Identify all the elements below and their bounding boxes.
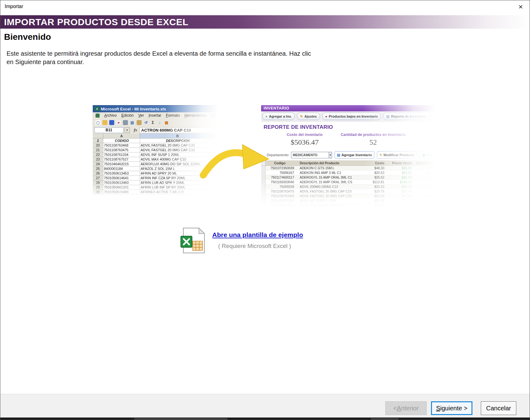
low-products-icon: ●: [325, 114, 327, 118]
yellow-arrow-icon: [196, 140, 271, 181]
requires-excel-note: ( Requiere Microsoft Excel ): [218, 243, 291, 250]
product-cost: $53.69: [361, 194, 386, 198]
print-icon: [123, 120, 128, 125]
code-cell: 7501108763468: [103, 143, 140, 148]
product-stock: 2.00: [414, 203, 435, 208]
inventory-titlebar: INVENTARIO: [261, 105, 435, 111]
code-cell: 7501046463215: [103, 162, 140, 166]
import-wizard-dialog: Importar × IMPORTAR PRODUCTOS DESDE EXCE…: [0, 0, 530, 420]
product-price: $67.54: [386, 194, 414, 198]
next-button[interactable]: Siguiente >: [431, 401, 472, 415]
product-description: ADVIL FASTGEL 20 0MG CAP C20: [297, 194, 361, 198]
inventory-toolbar-button: ▣ Repo: [432, 113, 435, 120]
code-cell: 7501108763475: [103, 148, 140, 152]
excel-row: 30 7501050619486 AFRINEX ACTIVE T AB C20: [93, 190, 218, 194]
product-code: 7501108763475: [265, 189, 297, 194]
welcome-text: Este asistente te permitirá ingresar pro…: [7, 49, 311, 66]
product-stock: 1.00: [414, 166, 435, 170]
header-costo: Costo: [361, 161, 386, 166]
inventory-row: 7501108761334 ADVIL INF SUSP 1 20ML $61.…: [261, 198, 435, 203]
row-selector: [261, 203, 265, 208]
count-label: Cantidad de productos en Inventario: [336, 133, 410, 137]
inventory-row: 75009328 ADVIL 200MG GRAG C12 $23.22 $29…: [261, 184, 435, 189]
undo-icon: ↺: [143, 120, 148, 125]
row-number: 22: [93, 152, 103, 157]
adjustments-pencil-icon: ✎: [300, 114, 303, 119]
back-button[interactable]: < Anterior: [385, 401, 427, 415]
excel-name-box: B11: [94, 127, 124, 133]
add-to-inventory-icon: +: [265, 114, 267, 118]
close-icon[interactable]: ×: [518, 3, 523, 11]
add-inventory-icon: ▤: [337, 153, 340, 157]
inventory-screenshot: INVENTARIO + Agregar a Inv. ✎ Ajustes ● …: [261, 105, 435, 208]
inventory-rows: 7501072350039 ADEKON C GTS 15M L $48.30 …: [261, 166, 435, 208]
code-cell: 7501050613460: [103, 180, 140, 185]
welcome-line-1: Este asistente te permitirá ingresar pro…: [7, 49, 311, 58]
new-file-icon: ▢: [96, 120, 101, 125]
excel-menubar: ArchivoEdiciónVerInsertarFormatoHerramie…: [93, 112, 218, 119]
reports-icon: ▣: [435, 114, 435, 119]
column-a-header: A: [103, 133, 140, 138]
excel-menu-item: Da: [212, 113, 216, 118]
toolbar-button-label: Productos bajos en Inventario: [329, 114, 378, 118]
product-description: ADVIL MAX 400MG CAP C10: [297, 203, 361, 208]
inventory-toolbar-button: + Agregar a Inv.: [262, 113, 295, 120]
codigo-header-cell: CODIGO: [103, 138, 140, 143]
inventory-toolbar: + Agregar a Inv. ✎ Ajustes ● Productos b…: [261, 111, 435, 122]
inventory-cost-stat: Costo del inventario $5036.47: [274, 133, 336, 147]
open-example-template-link[interactable]: Abre una plantilla de ejemplo: [212, 231, 303, 239]
inventory-row: 75006167 ADEKON ING AMP 3 ML C1 $20.53 $…: [261, 170, 435, 175]
row-number: 28: [93, 180, 103, 185]
excel-row: 28 7501050613460 AFRIN LUB AD SPR Y 20ML: [93, 180, 218, 185]
product-stock: 1.00: [414, 198, 435, 203]
inventory-row: 7501072350039 ADEKON C GTS 15M L $48.30 …: [261, 166, 435, 170]
product-cost: $48.58: [361, 203, 386, 208]
department-dropdown-icon: ▾: [329, 152, 332, 158]
product-stock: 0.00: [414, 170, 435, 175]
excel-title-text: Microsoft Excel - Mi Inventario.xls: [101, 107, 166, 111]
grid-corner: [93, 133, 103, 138]
code-cell: 7501050614641: [103, 176, 140, 180]
product-cost: $61.96: [361, 198, 386, 203]
row-number: 25: [93, 166, 103, 171]
product-cost: $48.30: [361, 166, 386, 170]
product-stock: 5.00: [414, 175, 435, 180]
row-number: 27: [93, 176, 103, 180]
excel-logo-icon: X: [95, 107, 99, 111]
product-stock: 0.00: [414, 194, 435, 198]
row-selector: [261, 184, 265, 189]
cancel-button[interactable]: Cancelar: [481, 401, 516, 415]
inventory-row: 7501108763475 ADVIL FASTGEL 20 0MG CAP C…: [261, 189, 435, 194]
product-code: 7501108763468: [265, 194, 297, 198]
product-code: 7501108761334: [265, 198, 297, 203]
inventory-row: 7501108767527 ADVIL MAX 400MG CAP C10 $4…: [261, 203, 435, 208]
description-cell: AFRINEX ACTIVE T AB C20: [140, 190, 215, 194]
row-number: 21: [93, 148, 103, 152]
open-folder-icon: [102, 120, 107, 125]
banner-title: IMPORTAR PRODUCTOS DESDE EXCEL: [4, 17, 188, 27]
excel-formula-bar: B11 ▾ fx ACTRON 600MG CAP C10: [93, 127, 218, 133]
chart-wizard-icon: ▦: [164, 120, 169, 125]
background-window-smudge: [134, 418, 227, 420]
product-code: 7501108767527: [265, 203, 297, 208]
inventory-action-button: ▤ Agregar Inventario: [335, 151, 374, 159]
excel-menu-item: Formato: [166, 113, 180, 118]
sort-asc-icon: ↓: [157, 120, 162, 125]
product-description: ADVIL FASTGEL 20 0MG CAP C10: [297, 189, 361, 194]
product-code: 75009328: [265, 184, 297, 189]
excel-menu-item: Edición: [121, 113, 134, 118]
action-button-label: Exp: [427, 153, 433, 157]
excel-titlebar: X Microsoft Excel - Mi Inventario.xls: [93, 105, 218, 112]
product-price: $29.20: [386, 184, 414, 189]
paste-icon: [137, 120, 142, 125]
product-price: $31.70: [386, 175, 414, 180]
formula-text: ACTRON 600MG CAP C10: [139, 127, 217, 133]
action-button-label: Modificar Producto: [383, 153, 415, 157]
inventory-toolbar-button: ✎ Ajustes: [297, 113, 320, 120]
name-box-dropdown-icon: ▾: [124, 127, 130, 133]
inventory-row: 7501108763468 ADVIL FASTGEL 20 0MG CAP C…: [261, 194, 435, 198]
department-actions: ▤ Agregar Inventario ✎ Modificar Product…: [332, 151, 435, 159]
modify-product-icon: ✎: [379, 153, 382, 157]
product-description: ADVIL 200MG GRAG C12: [297, 184, 361, 189]
inventory-table-header: Codigo Descripción del Producto Costo Pr…: [261, 161, 435, 166]
